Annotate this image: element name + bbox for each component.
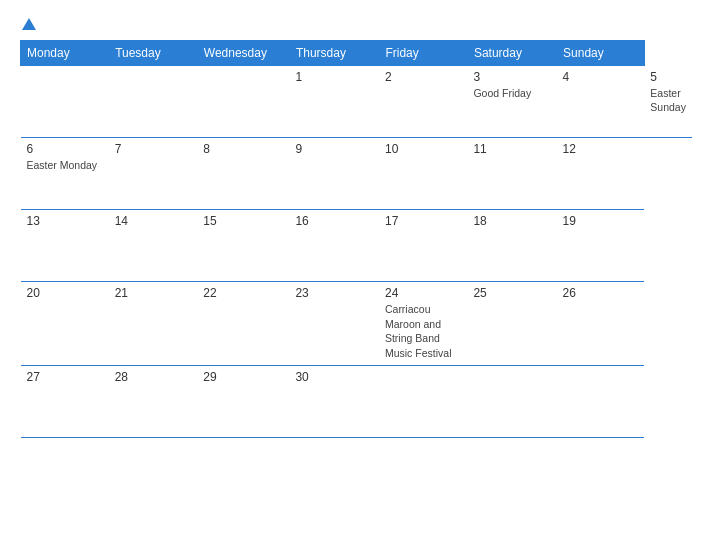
day-event: Good Friday	[473, 87, 531, 99]
day-number: 30	[295, 370, 373, 384]
calendar-week-4: 2021222324Carriacou Maroon and String Ba…	[21, 282, 693, 366]
day-number: 4	[563, 70, 639, 84]
calendar-week-3: 13141516171819	[21, 210, 693, 282]
calendar-cell: 7	[109, 138, 198, 210]
calendar-cell	[197, 66, 289, 138]
calendar-cell: 3Good Friday	[467, 66, 556, 138]
day-event: Easter Sunday	[650, 87, 686, 114]
calendar-cell	[21, 66, 109, 138]
weekday-header-friday: Friday	[379, 41, 467, 66]
calendar-week-1: 123Good Friday45Easter Sunday	[21, 66, 693, 138]
calendar-cell: 19	[557, 210, 645, 282]
day-number: 25	[473, 286, 550, 300]
calendar-cell: 14	[109, 210, 198, 282]
day-number: 26	[563, 286, 639, 300]
weekday-header-wednesday: Wednesday	[197, 41, 289, 66]
calendar-cell: 25	[467, 282, 556, 366]
day-event: Easter Monday	[27, 159, 98, 171]
day-number: 7	[115, 142, 192, 156]
weekday-header-tuesday: Tuesday	[109, 41, 198, 66]
day-number: 11	[473, 142, 550, 156]
calendar-table: MondayTuesdayWednesdayThursdayFridaySatu…	[20, 40, 692, 438]
calendar-cell: 10	[379, 138, 467, 210]
calendar-cell: 11	[467, 138, 556, 210]
calendar-cell	[379, 365, 467, 437]
calendar-cell: 16	[289, 210, 379, 282]
day-number: 21	[115, 286, 192, 300]
calendar-page: MondayTuesdayWednesdayThursdayFridaySatu…	[0, 0, 712, 550]
day-number: 3	[473, 70, 550, 84]
day-number: 23	[295, 286, 373, 300]
calendar-cell: 28	[109, 365, 198, 437]
day-number: 2	[385, 70, 461, 84]
day-number: 13	[27, 214, 103, 228]
calendar-cell: 1	[289, 66, 379, 138]
calendar-cell: 2	[379, 66, 467, 138]
calendar-cell	[557, 365, 645, 437]
calendar-cell	[109, 66, 198, 138]
day-number: 18	[473, 214, 550, 228]
day-number: 17	[385, 214, 461, 228]
calendar-cell: 12	[557, 138, 645, 210]
calendar-cell: 29	[197, 365, 289, 437]
day-number: 15	[203, 214, 283, 228]
day-number: 5	[650, 70, 686, 84]
calendar-cell: 4	[557, 66, 645, 138]
calendar-cell: 23	[289, 282, 379, 366]
day-number: 19	[563, 214, 639, 228]
day-number: 28	[115, 370, 192, 384]
day-number: 14	[115, 214, 192, 228]
day-number: 20	[27, 286, 103, 300]
calendar-cell: 22	[197, 282, 289, 366]
day-number: 16	[295, 214, 373, 228]
calendar-cell: 26	[557, 282, 645, 366]
header	[20, 18, 692, 30]
logo-triangle-icon	[22, 18, 36, 30]
calendar-cell: 24Carriacou Maroon and String Band Music…	[379, 282, 467, 366]
weekday-header-sunday: Sunday	[557, 41, 645, 66]
calendar-week-2: 6Easter Monday789101112	[21, 138, 693, 210]
weekday-header-row: MondayTuesdayWednesdayThursdayFridaySatu…	[21, 41, 693, 66]
calendar-cell: 21	[109, 282, 198, 366]
calendar-cell: 18	[467, 210, 556, 282]
day-number: 9	[295, 142, 373, 156]
calendar-cell: 13	[21, 210, 109, 282]
calendar-cell	[467, 365, 556, 437]
calendar-cell: 6Easter Monday	[21, 138, 109, 210]
calendar-cell: 27	[21, 365, 109, 437]
day-event: Carriacou Maroon and String Band Music F…	[385, 303, 452, 359]
weekday-header-monday: Monday	[21, 41, 109, 66]
weekday-header-thursday: Thursday	[289, 41, 379, 66]
day-number: 1	[295, 70, 373, 84]
calendar-cell: 17	[379, 210, 467, 282]
calendar-week-5: 27282930	[21, 365, 693, 437]
calendar-cell: 30	[289, 365, 379, 437]
calendar-cell: 20	[21, 282, 109, 366]
day-number: 22	[203, 286, 283, 300]
calendar-cell: 9	[289, 138, 379, 210]
day-number: 24	[385, 286, 461, 300]
day-number: 27	[27, 370, 103, 384]
day-number: 6	[27, 142, 103, 156]
logo	[20, 18, 36, 30]
day-number: 10	[385, 142, 461, 156]
day-number: 29	[203, 370, 283, 384]
day-number: 12	[563, 142, 639, 156]
calendar-cell: 5Easter Sunday	[644, 66, 692, 138]
weekday-header-saturday: Saturday	[467, 41, 556, 66]
calendar-cell: 8	[197, 138, 289, 210]
calendar-cell: 15	[197, 210, 289, 282]
day-number: 8	[203, 142, 283, 156]
